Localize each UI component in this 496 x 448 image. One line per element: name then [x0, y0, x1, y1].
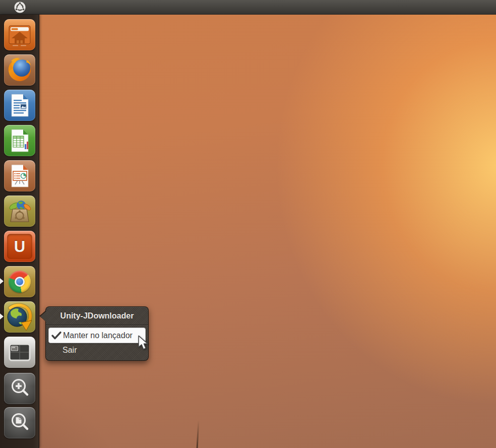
- mouse-cursor: [137, 335, 150, 352]
- launcher-item-home-folder[interactable]: [4, 19, 35, 50]
- writer-icon: [4, 90, 35, 121]
- launcher-item-firefox[interactable]: [4, 54, 35, 86]
- magnifier-plus-icon: [4, 373, 35, 404]
- launcher-item-jdownloader[interactable]: [4, 301, 35, 333]
- running-indicator-chrome: [0, 278, 4, 284]
- magnifier-document-icon: [4, 407, 35, 438]
- firefox-icon: [4, 54, 35, 86]
- desktop-wallpaper: [0, 0, 496, 448]
- launcher-item-ubuntu-software-center[interactable]: [4, 196, 35, 227]
- launcher-item-google-chrome[interactable]: [4, 266, 35, 297]
- workspace-switcher-icon: [4, 337, 35, 368]
- quicklist-item-quit[interactable]: Sair: [48, 343, 146, 357]
- top-panel: [0, 0, 496, 15]
- quicklist-title[interactable]: Unity-JDownloader: [46, 307, 148, 325]
- check-icon: [51, 331, 62, 340]
- launcher-item-libreoffice-calc[interactable]: [4, 125, 35, 156]
- ubuntu-logo-icon[interactable]: [14, 1, 26, 14]
- quicklist-menu: Unity-JDownloader Manter no lançador Sai…: [45, 306, 149, 361]
- chrome-icon: [9, 271, 31, 293]
- launcher-item-zoom-lens[interactable]: [4, 373, 35, 404]
- jdownloader-icon: [4, 301, 35, 333]
- home-folder-icon: [4, 19, 35, 50]
- launcher-item-find-files-lens[interactable]: [4, 407, 35, 438]
- calc-icon: [4, 125, 35, 156]
- launcher-item-libreoffice-impress[interactable]: [4, 160, 35, 191]
- software-center-icon: [4, 196, 35, 227]
- launcher-item-ubuntu-one[interactable]: U: [4, 231, 35, 262]
- unity-launcher: U: [0, 15, 39, 448]
- running-indicator-jdownloader: [0, 313, 4, 319]
- wallpaper-pole-silhouette: [197, 420, 200, 448]
- impress-icon: [4, 160, 35, 191]
- launcher-item-workspace-switcher[interactable]: [4, 337, 35, 368]
- quicklist-item-keep-in-launcher[interactable]: Manter no lançador: [48, 328, 146, 343]
- ubuntu-one-icon: U: [7, 234, 32, 259]
- quicklist-item-label: Sair: [63, 346, 77, 355]
- quicklist-item-label: Manter no lançador: [63, 331, 133, 340]
- ubuntu-one-glyph: U: [14, 237, 25, 256]
- launcher-item-libreoffice-writer[interactable]: [4, 90, 35, 121]
